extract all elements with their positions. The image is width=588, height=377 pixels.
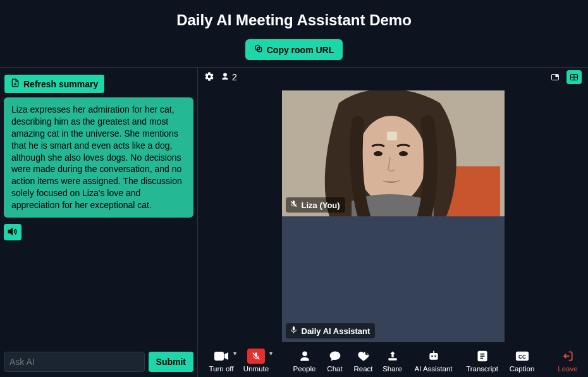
mic-muted-icon (290, 200, 298, 210)
leave-label: Leave (558, 365, 577, 373)
refresh-summary-button[interactable]: Refresh summary (4, 74, 105, 94)
react-label: React (353, 365, 372, 373)
chevron-down-icon[interactable]: ▾ (233, 350, 236, 357)
page-title: Daily AI Meeting Assistant Demo (0, 0, 588, 29)
participant-name-self: Liza (You) (302, 201, 340, 210)
svg-point-25 (434, 355, 436, 357)
camera-toggle-label: Turn off (209, 365, 234, 373)
submit-button[interactable]: Submit (149, 352, 193, 372)
svg-rect-15 (387, 132, 397, 140)
svg-point-14 (399, 151, 408, 156)
react-button[interactable]: + React (349, 349, 378, 373)
copy-icon (254, 44, 263, 55)
mic-icon (290, 326, 298, 336)
chevron-down-icon[interactable]: ▾ (269, 350, 273, 357)
svg-text:+: + (366, 352, 369, 355)
svg-rect-23 (429, 353, 438, 360)
caption-label: Caption (510, 365, 535, 373)
grid-view-button[interactable] (567, 70, 582, 84)
svg-rect-26 (433, 351, 434, 353)
people-label: People (293, 365, 316, 373)
transcript-label: Transcript (466, 365, 498, 373)
svg-marker-4 (8, 228, 12, 234)
copy-room-url-button[interactable]: Copy room URL (245, 39, 343, 60)
ai-assistant-label: AI Assistant (414, 365, 452, 373)
copy-room-label: Copy room URL (267, 45, 334, 55)
svg-text:CC: CC (518, 354, 526, 360)
people-button[interactable]: People (288, 349, 321, 373)
play-audio-button[interactable] (4, 224, 21, 240)
svg-point-24 (431, 355, 433, 357)
share-label: Share (383, 365, 402, 373)
svg-rect-18 (214, 352, 224, 361)
svg-point-12 (357, 116, 426, 204)
summary-text: Liza expresses her admiration for her ca… (4, 97, 193, 218)
person-icon (221, 72, 230, 83)
share-button[interactable]: Share (378, 349, 407, 373)
caption-button[interactable]: CC Caption (505, 349, 540, 373)
video-area: 2 (198, 68, 588, 377)
chat-button[interactable]: Chat (321, 349, 349, 373)
sidebar: Refresh summary Liza expresses her admir… (0, 68, 198, 377)
transcript-button[interactable]: Transcript (460, 349, 505, 373)
ai-assistant-button[interactable]: AI Assistant (407, 349, 460, 373)
speaker-icon (8, 226, 18, 238)
document-icon (11, 78, 20, 89)
chat-label: Chat (327, 365, 342, 373)
svg-rect-6 (556, 75, 558, 77)
camera-toggle-button[interactable]: ▾ Turn off (204, 349, 238, 373)
control-bar: ▾ Turn off ▾ Unmute People Chat + React (198, 344, 588, 377)
mic-toggle-label: Unmute (243, 365, 269, 373)
refresh-summary-label: Refresh summary (23, 79, 98, 89)
participant-tile-ai[interactable]: Daily AI Assistant (282, 216, 505, 342)
participant-count: 2 (232, 72, 237, 82)
leave-button[interactable]: Leave (554, 349, 582, 373)
participant-tile-self[interactable]: Liza (You) (282, 90, 505, 216)
speaker-view-button[interactable] (548, 70, 563, 84)
mic-toggle-button[interactable]: ▾ Unmute (238, 349, 274, 373)
svg-point-13 (374, 151, 383, 156)
svg-rect-22 (388, 358, 396, 360)
gear-icon[interactable] (204, 71, 214, 83)
participant-name-ai: Daily AI Assistant (302, 326, 371, 336)
ask-ai-input[interactable] (4, 352, 145, 372)
